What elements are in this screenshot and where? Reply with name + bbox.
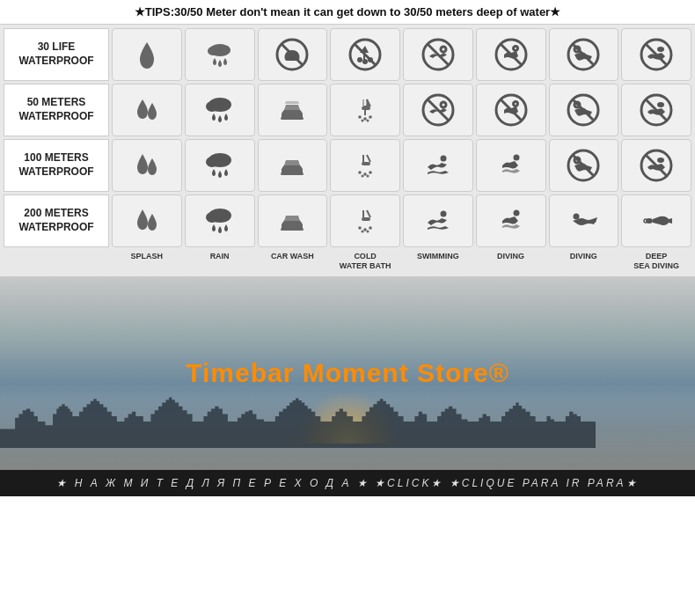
icon-100m-rain [185,139,255,192]
svg-point-31 [362,120,364,122]
svg-point-70 [358,226,362,230]
svg-point-75 [440,211,446,217]
svg-point-28 [358,115,362,119]
bottom-banner-text: ★ Н А Ж М И Т Е Д Л Я П Е Р Е Х О Д А ★ … [56,477,638,489]
icon-50m-carwash [258,84,328,136]
svg-point-9 [369,59,372,62]
col-label-splash: SPLASH [112,250,182,273]
svg-point-51 [358,171,362,174]
svg-point-73 [362,231,364,233]
col-label-rain: RAIN [185,250,255,273]
store-banner: Timebar Moment Store® [0,276,695,470]
svg-point-46 [206,157,218,167]
svg-point-77 [574,214,580,220]
city-skyline [0,395,596,448]
svg-point-63 [657,158,664,163]
row-100m: 100 METERSWATERPROOF [4,139,691,192]
icon-30m-diving2 [549,28,619,81]
icon-50m-coldwaterbath [330,84,400,136]
row-50m-icons [112,84,691,136]
column-labels: SPLASH RAIN CAR WASH COLDWATER BATH SWIM… [112,250,691,273]
svg-line-48 [367,155,370,162]
icon-200m-splash [112,194,182,247]
svg-rect-66 [281,228,304,231]
col-label-diving1: DIVING [476,250,546,273]
row-200m-label: 200 METERSWATERPROOF [4,194,109,247]
svg-point-52 [363,172,367,176]
icon-50m-rain [185,84,255,136]
svg-rect-69 [362,217,370,221]
svg-point-1 [208,47,218,55]
top-banner: ★TIPS:30/50 Meter don't mean it can get … [0,0,695,25]
svg-point-29 [363,117,367,121]
svg-point-53 [369,171,372,174]
svg-point-38 [513,102,517,106]
row-200m-icons [112,194,691,247]
row-30m: 30 LIFEWATERPROOF [4,28,691,81]
row-30m-icons [112,28,691,81]
svg-rect-50 [362,162,370,165]
icon-30m-rain [185,28,255,81]
icon-100m-diving [476,139,546,192]
icon-30m-deepseadiving [621,28,691,81]
row-50m-label: 50 METERSWATERPROOF [4,84,109,136]
icon-100m-splash [112,139,182,192]
row-200m: 200 METERSWATERPROOF [4,194,691,247]
icon-100m-deepseadiving [621,139,691,192]
icon-200m-diving [476,194,546,247]
svg-point-23 [206,101,218,112]
row-100m-label: 100 METERSWATERPROOF [4,139,109,192]
icon-30m-swimming [403,28,473,81]
svg-point-8 [364,61,367,63]
col-label-deepseadiving: DEEPSEA DIVING [621,250,691,273]
row-50m: 50 METERSWATERPROOF [4,84,691,136]
icon-30m-diving [476,28,546,81]
svg-point-56 [440,156,446,162]
svg-point-71 [363,228,367,231]
icon-100m-diving2 [549,139,619,192]
chart-section: 30 LIFEWATERPROOF [0,25,695,276]
col-label-coldwaterbath: COLDWATER BATH [330,250,400,273]
svg-rect-24 [281,117,304,120]
svg-rect-27 [362,106,370,110]
icon-100m-coldwaterbath [330,139,400,192]
icon-200m-coldwaterbath [330,194,400,247]
svg-point-12 [441,47,446,52]
svg-point-57 [513,155,519,161]
svg-point-30 [369,115,372,119]
icon-30m-splash [112,28,182,81]
col-label-carwash: CAR WASH [258,250,328,273]
svg-point-76 [513,210,519,216]
icon-50m-swimming [403,84,473,136]
svg-point-55 [367,175,369,178]
icon-200m-rain [185,194,255,247]
col-label-swimming: SWIMMING [403,250,473,273]
icon-200m-diving2 [549,194,619,247]
icon-200m-deepseadiving [621,194,691,247]
icon-50m-deepseadiving [621,84,691,136]
svg-rect-47 [281,172,304,175]
icon-50m-diving [476,84,546,136]
svg-point-44 [657,102,664,107]
svg-point-32 [367,120,369,122]
svg-point-65 [206,212,218,223]
icon-200m-carwash [258,194,328,247]
top-banner-text: ★TIPS:30/50 Meter don't mean it can get … [135,5,560,18]
svg-point-7 [359,59,362,62]
icon-30m-coldwaterbath [330,28,400,81]
svg-line-67 [367,210,370,217]
icon-50m-diving2 [549,84,619,136]
svg-point-72 [369,226,372,230]
svg-rect-4 [284,55,300,60]
col-label-diving2: DIVING [549,250,619,273]
icon-100m-swimming [403,139,473,192]
store-name-text: Timebar Moment Store® [186,358,509,388]
row-30m-label: 30 LIFEWATERPROOF [4,28,109,81]
icon-100m-carwash [258,139,328,192]
svg-point-15 [513,47,517,51]
svg-point-35 [441,102,446,107]
svg-point-21 [657,47,664,52]
row-100m-icons [112,139,691,192]
svg-point-74 [367,231,369,233]
bottom-banner: ★ Н А Ж М И Т Е Д Л Я П Е Р Е Х О Д А ★ … [0,470,695,496]
